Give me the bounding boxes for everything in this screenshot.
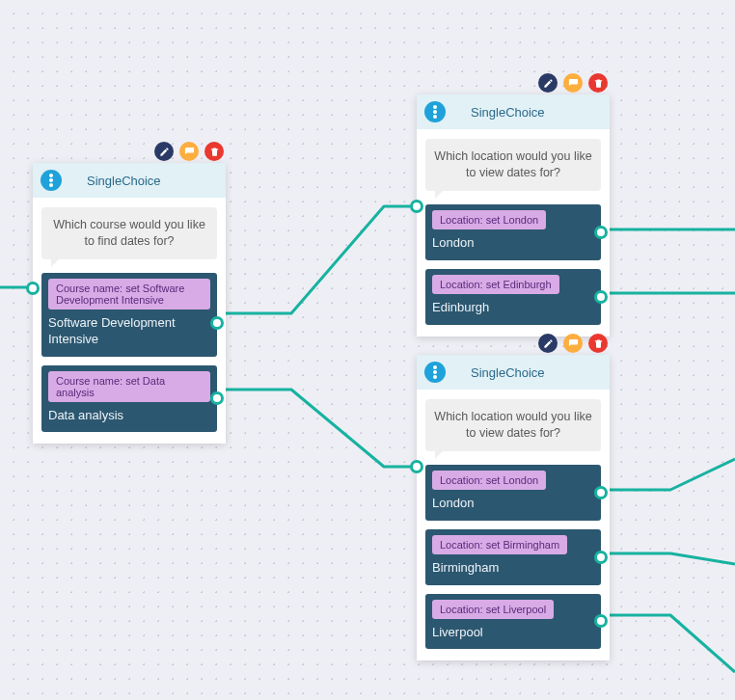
output-port[interactable] bbox=[594, 290, 608, 304]
output-port[interactable] bbox=[594, 614, 608, 628]
comment-icon[interactable] bbox=[563, 73, 583, 93]
prompt-bubble: Which location would you like to view da… bbox=[425, 399, 601, 451]
edit-icon[interactable] bbox=[154, 142, 174, 161]
option-label: Software Development Intensive bbox=[48, 315, 210, 348]
option-birmingham[interactable]: Location: set Birmingham Birmingham bbox=[425, 529, 601, 585]
node-toolbar bbox=[154, 142, 224, 161]
option-liverpool[interactable]: Location: set Liverpool Liverpool bbox=[425, 594, 601, 650]
node-body: Which course would you like to find date… bbox=[33, 198, 226, 444]
node-type-label: SingleChoice bbox=[471, 105, 545, 120]
option-label: Edinburgh bbox=[432, 300, 594, 316]
input-port[interactable] bbox=[410, 200, 423, 213]
variable-chip: Course name: set Data analysis bbox=[48, 371, 210, 402]
node-location-2[interactable]: SingleChoice Which location would you li… bbox=[417, 355, 610, 660]
output-port[interactable] bbox=[210, 391, 224, 405]
input-port[interactable] bbox=[410, 460, 423, 473]
variable-chip: Course name: set Software Development In… bbox=[48, 279, 210, 310]
single-choice-icon bbox=[41, 170, 62, 191]
single-choice-icon bbox=[424, 101, 446, 122]
edit-icon[interactable] bbox=[538, 334, 558, 353]
node-course[interactable]: SingleChoice Which course would you like… bbox=[33, 163, 226, 444]
node-header: SingleChoice bbox=[33, 163, 226, 198]
delete-icon[interactable] bbox=[588, 73, 608, 93]
variable-chip: Location: set Birmingham bbox=[432, 535, 567, 554]
option-edinburgh[interactable]: Location: set Edinburgh Edinburgh bbox=[425, 269, 601, 325]
output-port[interactable] bbox=[210, 316, 224, 330]
variable-chip: Location: set London bbox=[432, 471, 546, 490]
node-toolbar bbox=[538, 334, 608, 353]
variable-chip: Location: set Edinburgh bbox=[432, 275, 559, 294]
option-data-analysis[interactable]: Course name: set Data analysis Data anal… bbox=[41, 365, 217, 433]
option-london[interactable]: Location: set London London bbox=[425, 465, 601, 521]
node-body: Which location would you like to view da… bbox=[417, 129, 610, 337]
option-label: Data analysis bbox=[48, 408, 210, 424]
option-label: London bbox=[432, 496, 594, 512]
prompt-bubble: Which course would you like to find date… bbox=[41, 207, 217, 259]
node-location-1[interactable]: SingleChoice Which location would you li… bbox=[417, 94, 610, 337]
single-choice-icon bbox=[424, 362, 446, 383]
option-label: Liverpool bbox=[432, 625, 594, 641]
option-label: Birmingham bbox=[432, 560, 594, 577]
node-type-label: SingleChoice bbox=[87, 174, 161, 188]
node-header: SingleChoice bbox=[417, 94, 610, 129]
comment-icon[interactable] bbox=[179, 142, 199, 161]
output-port[interactable] bbox=[594, 486, 608, 499]
variable-chip: Location: set Liverpool bbox=[432, 600, 554, 619]
output-port[interactable] bbox=[594, 226, 608, 239]
flow-canvas[interactable]: { "node_type_label": "SingleChoice", "no… bbox=[0, 0, 735, 700]
node-type-label: SingleChoice bbox=[471, 365, 545, 380]
variable-chip: Location: set London bbox=[432, 210, 546, 229]
delete-icon[interactable] bbox=[204, 142, 224, 161]
node-header: SingleChoice bbox=[417, 355, 610, 390]
option-software-dev[interactable]: Course name: set Software Development In… bbox=[41, 273, 217, 357]
node-toolbar bbox=[538, 73, 608, 93]
delete-icon[interactable] bbox=[588, 334, 608, 353]
input-port[interactable] bbox=[26, 282, 40, 295]
prompt-bubble: Which location would you like to view da… bbox=[425, 139, 601, 191]
edit-icon[interactable] bbox=[538, 73, 558, 93]
comment-icon[interactable] bbox=[563, 334, 583, 353]
output-port[interactable] bbox=[594, 551, 608, 564]
option-label: London bbox=[432, 235, 594, 252]
option-london[interactable]: Location: set London London bbox=[425, 204, 601, 260]
node-body: Which location would you like to view da… bbox=[417, 390, 610, 660]
